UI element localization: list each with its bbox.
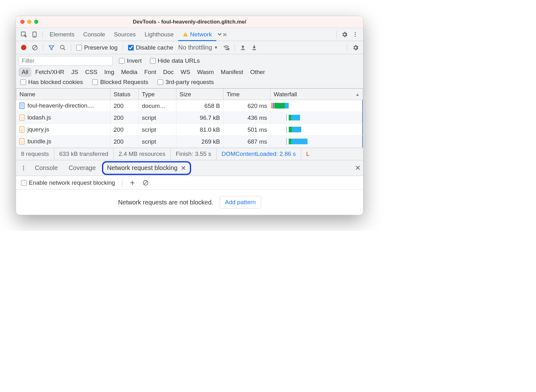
chevron-down-icon: ▼ [214, 45, 218, 50]
close-tab-icon[interactable]: ✕ [181, 164, 186, 172]
tab-network[interactable]: Network [178, 28, 217, 41]
request-size: 269 kB [176, 136, 223, 148]
preserve-log-checkbox[interactable]: Preserve log [74, 44, 120, 51]
header-waterfall[interactable]: Waterfall▲ [271, 89, 363, 100]
type-filter-ws[interactable]: WS [178, 67, 194, 77]
script-icon: {} [19, 126, 25, 133]
drawer-tab-network-request-blocking[interactable]: Network request blocking ✕ [102, 161, 191, 175]
script-icon: {} [19, 114, 25, 121]
svg-point-5 [355, 32, 356, 33]
download-har-icon[interactable] [249, 43, 259, 53]
resource-type-filters: AllFetch/XHRJSCSSImgMediaFontDocWSWasmMa… [19, 67, 361, 77]
svg-line-11 [64, 48, 65, 50]
blocked-requests-checkbox[interactable]: Blocked Requests [90, 79, 150, 86]
document-icon [19, 103, 25, 109]
svg-line-9 [33, 46, 37, 50]
svg-point-28 [23, 169, 24, 170]
summary-bar: 8 requests 633 kB transferred 2.4 MB res… [16, 148, 363, 160]
drawer-menu-icon[interactable] [19, 163, 29, 173]
network-settings-icon[interactable] [351, 43, 361, 53]
disable-cache-checkbox[interactable]: Disable cache [126, 44, 175, 51]
type-filter-doc[interactable]: Doc [160, 67, 177, 77]
filter-toggle-icon[interactable] [46, 43, 56, 53]
record-button[interactable] [19, 43, 29, 53]
close-drawer-icon[interactable]: ✕ [355, 164, 361, 172]
type-filter-font[interactable]: Font [141, 67, 159, 77]
table-row[interactable]: {}jquery.js200script81.0 kB501 ms [16, 124, 363, 136]
type-filter-manifest[interactable]: Manifest [217, 67, 246, 77]
search-icon[interactable] [58, 43, 68, 53]
third-party-checkbox[interactable]: 3rd-party requests [156, 79, 216, 86]
header-size[interactable]: Size [176, 89, 223, 100]
throttling-dropdown[interactable]: No throttling ▼ [176, 44, 220, 51]
more-tabs-icon[interactable]: » [216, 29, 227, 40]
header-status[interactable]: Status [110, 89, 139, 100]
request-name: lodash.js [28, 114, 51, 121]
tab-console[interactable]: Console [79, 28, 110, 41]
tab-sources[interactable]: Sources [110, 28, 140, 41]
request-time: 620 ms [223, 100, 271, 112]
blocking-status-message: Network requests are not blocked. [118, 199, 213, 206]
add-pattern-button[interactable]: Add pattern [220, 196, 261, 209]
drawer-tab-console[interactable]: Console [30, 164, 62, 172]
request-status: 200 [110, 124, 139, 136]
devtools-window: DevTools - foul-heavenly-direction.glitc… [16, 16, 363, 215]
svg-line-32 [144, 181, 147, 185]
drawer-tabs: Console Coverage Network request blockin… [16, 160, 363, 176]
add-pattern-icon[interactable] [127, 178, 137, 188]
svg-point-26 [23, 166, 24, 167]
request-type: docum… [139, 100, 176, 112]
request-time: 436 ms [223, 112, 271, 124]
type-filter-fetch-xhr[interactable]: Fetch/XHR [32, 67, 67, 77]
network-toolbar: Preserve log Disable cache No throttling… [16, 41, 363, 54]
table-row[interactable]: {}bundle.js200script269 kB687 ms [16, 136, 363, 148]
clear-icon[interactable] [30, 43, 40, 53]
device-toggle-icon[interactable] [29, 29, 40, 40]
drawer-content: Network requests are not blocked. Add pa… [16, 190, 363, 215]
remove-all-patterns-icon[interactable] [141, 178, 151, 188]
header-name[interactable]: Name [16, 89, 110, 100]
svg-rect-15 [252, 49, 256, 50]
drawer-tab-coverage[interactable]: Coverage [64, 164, 100, 172]
upload-har-icon[interactable] [238, 43, 248, 53]
header-time[interactable]: Time [223, 89, 271, 100]
type-filter-media[interactable]: Media [118, 67, 141, 77]
settings-icon[interactable] [339, 29, 350, 40]
kebab-menu-icon[interactable] [350, 29, 361, 40]
type-filter-img[interactable]: Img [101, 67, 117, 77]
summary-transferred: 633 kB transferred [54, 148, 114, 160]
type-filter-wasm[interactable]: Wasm [194, 67, 217, 77]
has-blocked-cookies-checkbox[interactable]: Has blocked cookies [19, 79, 85, 86]
inspect-icon[interactable] [19, 29, 29, 40]
tab-network-label: Network [190, 31, 212, 38]
throttling-label: No throttling [178, 44, 212, 51]
tab-lighthouse[interactable]: Lighthouse [140, 28, 178, 41]
table-row[interactable]: foul-heavenly-direction....200docum…658 … [16, 100, 363, 112]
waterfall-bar [271, 124, 363, 136]
svg-rect-4 [185, 35, 186, 36]
invert-checkbox[interactable]: Invert [117, 57, 144, 64]
svg-point-27 [23, 167, 24, 168]
type-filter-all[interactable]: All [19, 67, 31, 77]
request-time: 501 ms [223, 124, 271, 136]
waterfall-bar [271, 112, 363, 124]
hide-data-urls-checkbox[interactable]: Hide data URLs [148, 57, 202, 64]
enable-blocking-checkbox[interactable]: Enable network request blocking [19, 179, 117, 186]
type-filter-js[interactable]: JS [68, 67, 81, 77]
table-row[interactable]: {}lodash.js200script96.7 kB436 ms [16, 112, 363, 124]
summary-resources: 2.4 MB resources [114, 148, 171, 160]
request-name: foul-heavenly-direction.... [28, 102, 94, 109]
tab-elements[interactable]: Elements [45, 28, 79, 41]
summary-requests: 8 requests [16, 148, 54, 160]
summary-finish: Finish: 3.55 s [171, 148, 217, 160]
header-type[interactable]: Type [139, 89, 176, 100]
network-conditions-icon[interactable] [221, 43, 231, 53]
network-table: Name Status Type Size Time Waterfall▲ fo… [16, 88, 363, 148]
filter-input[interactable] [19, 56, 113, 66]
request-status: 200 [110, 112, 139, 124]
summary-load: L [301, 148, 315, 160]
svg-text:{}: {} [21, 116, 23, 119]
request-size: 658 B [176, 100, 223, 112]
type-filter-css[interactable]: CSS [82, 67, 100, 77]
type-filter-other[interactable]: Other [247, 67, 268, 77]
